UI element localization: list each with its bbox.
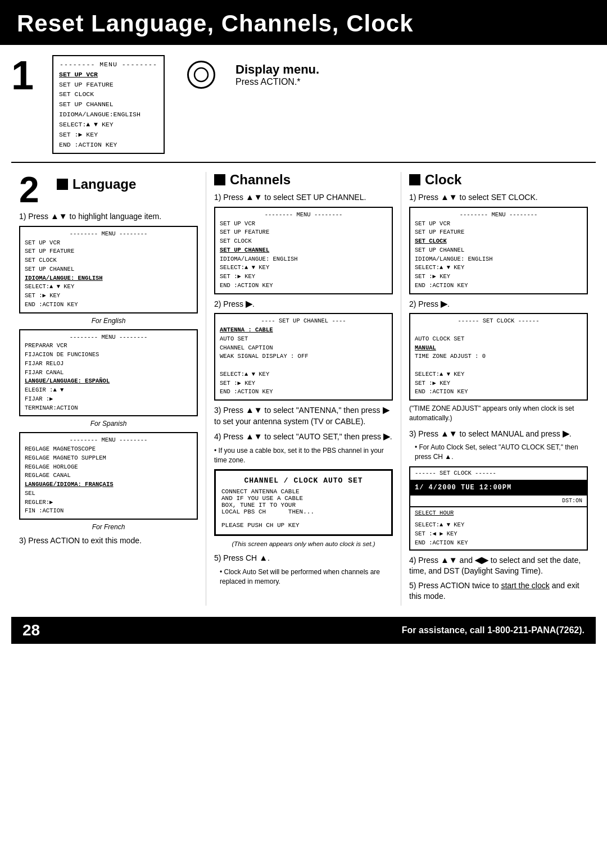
- clock-note-auto: • For Auto Clock Set, select "AUTO CLOCK…: [409, 443, 588, 462]
- channels-menu2: ---- SET UP CHANNEL ---- ANTENNA : CABLE…: [214, 313, 393, 401]
- language-col-header: Language: [57, 176, 136, 192]
- screen-appears-note: (This screen appears only when auto cloc…: [214, 540, 393, 547]
- col-language: 2 Language 1) Press ▲▼ to highlight lang…: [11, 172, 206, 606]
- channels-step2: 2) Press ▶.: [214, 298, 393, 310]
- clock-col-header: Clock: [409, 172, 588, 188]
- clock-select-hour: SELECT HOUR: [410, 507, 587, 520]
- page-header: Reset Language, Channels, Clock: [0, 0, 607, 45]
- display-menu-title: Display menu.: [235, 62, 319, 77]
- step1-menu-item-2: SET UP FEATURE: [59, 80, 158, 90]
- language-icon: [57, 179, 68, 190]
- channels-step4: 4) Press ▲▼ to select "AUTO SET," then p…: [214, 430, 393, 443]
- clock-set-title: ------ SET CLOCK ------: [410, 467, 587, 481]
- step1-number: 1: [11, 55, 42, 96]
- channels-menu1: -------- MENU -------- SET UP VCR SET UP…: [214, 207, 393, 294]
- action-button-circle: [187, 61, 215, 89]
- col-clock: Clock 1) Press ▲▼ to select SET CLOCK. -…: [401, 172, 596, 606]
- step1-instructions: Display menu. Press ACTION.*: [235, 62, 319, 87]
- step1-row: 1 -------- MENU -------- SET UP VCR SET …: [11, 45, 596, 163]
- clock-icon: [409, 174, 420, 185]
- language-step3: 3) Press ACTION to exit this mode.: [19, 535, 198, 547]
- svg-point-0: [194, 68, 208, 81]
- auto-set-line1: CONNECT ANTENNA CABLE: [221, 488, 386, 495]
- language-menu-spanish: -------- MENU -------- PREPARAR VCR FIJA…: [19, 329, 198, 417]
- auto-set-line4: LOCAL PBS CH THEN...: [221, 508, 386, 515]
- page-title: Reset Language, Channels, Clock: [17, 10, 590, 37]
- caption-spanish: For Spanish: [19, 420, 198, 428]
- clock-keys: SELECT:▲ ▼ KEY SET :◀ ▶ KEY END :ACTION …: [410, 519, 587, 549]
- clock-set-date: 1/ 4/2000 TUE 12:00PM: [410, 481, 587, 494]
- clock-step3: 3) Press ▲▼ to select MANUAL and press ▶…: [409, 428, 588, 440]
- page-number: 28: [22, 621, 40, 639]
- channels-step5: 5) Press CH ▲.: [214, 552, 393, 564]
- language-step1: 1) Press ▲▼ to highlight language item.: [19, 210, 198, 222]
- col-channels: Channels 1) Press ▲▼ to select SET UP CH…: [206, 172, 401, 606]
- channels-step1: 1) Press ▲▼ to select SET UP CHANNEL.: [214, 191, 393, 203]
- clock-step4: 4) Press ▲▼ and ◀▶ to select and set the…: [409, 554, 588, 577]
- footer-bar: 28 For assistance, call 1-800-211-PANA(7…: [11, 617, 596, 644]
- auto-set-line3: BOX, TUNE IT TO YOUR: [221, 502, 386, 508]
- caption-english: For English: [19, 317, 198, 325]
- auto-set-title: CHANNEL / CLOCK AUTO SET: [221, 476, 386, 485]
- step1-menu-item-5: IDIOMA/LANGUE:ENGLISH: [59, 110, 158, 120]
- step2-number: 2: [19, 172, 50, 208]
- language-menu-english: -------- MENU -------- SET UP VCR SET UP…: [19, 226, 198, 313]
- step1-menu-item-1: SET UP VCR: [59, 70, 158, 80]
- channels-step3: 3) Press ▲▼ to select "ANTENNA," then pr…: [214, 404, 393, 427]
- display-menu-subtitle: Press ACTION.*: [235, 77, 319, 87]
- channels-note-clock: • Clock Auto Set will be performed when …: [214, 567, 393, 587]
- auto-set-line5: PLEASE PUSH CH UP KEY: [221, 522, 386, 529]
- step1-menu-item-4: SET UP CHANNEL: [59, 99, 158, 110]
- step1-menu-item-3: SET CLOCK: [59, 89, 158, 99]
- channels-icon: [214, 174, 225, 185]
- language-menu-french: -------- MENU -------- REGLAGE MAGNETOSC…: [19, 432, 198, 520]
- caption-french: For French: [19, 523, 198, 531]
- step1-menu-item-8: END :ACTION KEY: [59, 140, 158, 150]
- step1-menu-item-7: SET :▶ KEY: [59, 130, 158, 140]
- clock-heading: Clock: [425, 172, 461, 188]
- clock-note-timezone: ("TIME ZONE ADJUST" appears only when cl…: [409, 404, 588, 423]
- clock-step2: 2) Press ▶.: [409, 298, 588, 310]
- channels-col-header: Channels: [214, 172, 393, 188]
- footer-assistance: For assistance, call 1-800-211-PANA(7262…: [402, 625, 585, 635]
- step1-menu-box: -------- MENU -------- SET UP VCR SET UP…: [52, 55, 165, 154]
- clock-set-box: ------ SET CLOCK ------ 1/ 4/2000 TUE 12…: [409, 466, 588, 551]
- step1-menu-item-6: SELECT:▲ ▼ KEY: [59, 120, 158, 130]
- channel-auto-set-box: CHANNEL / CLOCK AUTO SET CONNECT ANTENNA…: [214, 469, 393, 536]
- clock-menu1: -------- MENU -------- SET UP VCR SET UP…: [409, 207, 588, 294]
- channels-note-cable: If you use a cable box, set it to the PB…: [214, 446, 393, 465]
- channels-heading: Channels: [230, 172, 291, 188]
- clock-set-dst: DST:ON: [410, 494, 587, 507]
- language-heading: Language: [73, 176, 136, 192]
- step1-menu-title: -------- MENU --------: [59, 60, 158, 70]
- clock-step5: 5) Press ACTION twice to start the clock…: [409, 580, 588, 602]
- auto-set-line2: AND IF YOU USE A CABLE: [221, 495, 386, 502]
- clock-step1: 1) Press ▲▼ to select SET CLOCK.: [409, 191, 588, 203]
- step2-row: 2 Language 1) Press ▲▼ to highlight lang…: [11, 163, 596, 606]
- clock-menu2: ------ SET CLOCK ------ AUTO CLOCK SET M…: [409, 313, 588, 401]
